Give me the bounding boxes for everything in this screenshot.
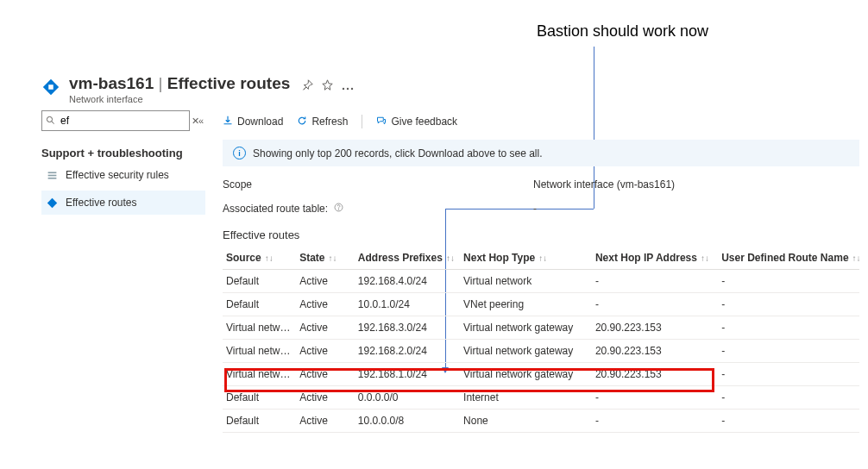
scope-value: Network interface (vm-bas161) [533,178,675,191]
col-state[interactable]: State↑↓ [296,247,355,270]
resource-name: vm-bas161 [69,74,154,92]
network-interface-icon [41,78,60,97]
download-icon [223,116,233,128]
cell-state: Active [296,410,355,433]
table-header-row: Source↑↓ State↑↓ Address Prefixes↑↓ Next… [223,247,859,270]
cell-ip: - [592,293,718,316]
info-icon: i [233,147,246,159]
star-icon[interactable] [322,79,333,93]
sidebar-item-effective-routes[interactable]: Effective routes [41,191,205,215]
download-button[interactable]: Download [223,116,283,128]
table-row[interactable]: Virtual networ...Active192.168.1.0/24Vir… [223,363,859,386]
cell-state: Active [296,270,355,293]
cell-udr: - [718,363,859,386]
cell-ip: - [592,270,718,293]
page-title: vm-bas161 | Effective routes [69,74,290,93]
cell-state: Active [296,363,355,386]
cell-hop: Virtual network gateway [460,340,592,363]
cell-udr: - [718,386,859,410]
svg-rect-1 [48,84,53,90]
cell-ip: 20.90.223.153 [592,340,718,363]
feedback-button[interactable]: Give feedback [376,116,457,128]
cell-source: Default [223,410,296,433]
main-content: Download Refresh Give feedback i Showing… [223,110,859,433]
refresh-button[interactable]: Refresh [297,116,348,128]
pin-icon[interactable] [302,79,313,93]
scope-row: Scope Network interface (vm-bas161) [223,178,859,191]
route-table-row: Associated route table: - [223,203,859,215]
cell-udr: - [718,316,859,340]
cell-udr: - [718,410,859,433]
cell-ip: 20.90.223.153 [592,363,718,386]
cell-hop: Internet [460,386,592,410]
feedback-icon [376,116,387,128]
resource-type: Network interface [69,94,290,104]
svg-point-3 [347,87,349,89]
cell-ip: - [592,386,718,410]
scope-label: Scope [223,178,533,191]
col-label: State [299,252,324,264]
col-label: Next Hop Type [463,252,535,264]
table-row[interactable]: DefaultActive10.0.1.0/24VNet peering-- [223,293,859,316]
search-icon [46,116,55,127]
cell-prefix: 192.168.2.0/24 [355,340,460,363]
table-row[interactable]: DefaultActive10.0.0.0/8None-- [223,410,859,433]
svg-rect-9 [47,177,56,178]
cell-source: Default [223,270,296,293]
cell-source: Default [223,293,296,316]
cell-prefix: 0.0.0.0/0 [355,386,460,410]
sidebar-section-heading: Support + troubleshooting [41,147,205,159]
cell-hop: Virtual network [460,270,592,293]
col-label: User Defined Route Name [721,252,848,264]
cell-source: Virtual networ... [223,363,296,386]
route-table-label-text: Associated route table: [223,203,328,215]
cell-prefix: 10.0.0.0/8 [355,410,460,433]
cell-state: Active [296,340,355,363]
more-icon[interactable] [342,80,354,93]
section-title: Effective routes [223,228,859,241]
table-row[interactable]: Virtual networ...Active192.168.3.0/24Vir… [223,316,859,340]
svg-point-4 [351,87,353,89]
toolbar: Download Refresh Give feedback [223,110,859,133]
help-icon[interactable] [334,203,343,215]
cell-udr: - [718,293,859,316]
sort-icon: ↑↓ [328,253,337,263]
svg-marker-10 [47,197,56,207]
cell-hop: Virtual network gateway [460,316,592,340]
col-label: Next Hop IP Address [595,252,697,264]
cell-prefix: 10.0.1.0/24 [355,293,460,316]
annotation-text: Bastion should work now [537,22,708,41]
col-label: Source [226,252,261,264]
sort-icon: ↑↓ [265,253,274,263]
cell-state: Active [296,386,355,410]
col-hop-type[interactable]: Next Hop Type↑↓ [460,247,592,270]
sidebar-item-effective-security-rules[interactable]: Effective security rules [41,163,205,187]
cell-source: Virtual networ... [223,316,296,340]
cell-prefix: 192.168.4.0/24 [355,270,460,293]
cell-udr: - [718,270,859,293]
col-hop-ip[interactable]: Next Hop IP Address↑↓ [592,247,718,270]
feedback-label: Give feedback [391,116,457,128]
search-input[interactable] [59,114,192,128]
svg-point-2 [343,87,344,89]
col-udr[interactable]: User Defined Route Name↑↓ [718,247,859,270]
col-prefix[interactable]: Address Prefixes↑↓ [355,247,460,270]
sort-icon: ↑↓ [538,253,547,263]
col-source[interactable]: Source↑↓ [223,247,296,270]
table-row[interactable]: DefaultActive192.168.4.0/24Virtual netwo… [223,270,859,293]
cell-source: Virtual networ... [223,340,296,363]
sidebar-item-label: Effective security rules [66,169,169,181]
shield-icon [45,170,59,181]
table-row[interactable]: Virtual networ...Active192.168.2.0/24Vir… [223,340,859,363]
svg-point-12 [338,209,339,209]
route-table-label: Associated route table: [223,203,533,215]
sidebar: ✕ « Support + troubleshooting Effective … [41,110,205,215]
col-label: Address Prefixes [358,252,443,264]
title-separator: | [159,74,167,92]
sort-icon: ↑↓ [701,253,709,263]
cell-ip: 20.90.223.153 [592,316,718,340]
clear-icon[interactable]: ✕ [192,116,199,127]
sidebar-item-label: Effective routes [66,197,137,209]
sidebar-search[interactable]: ✕ [41,110,190,131]
table-row[interactable]: DefaultActive0.0.0.0/0Internet-- [223,386,859,410]
